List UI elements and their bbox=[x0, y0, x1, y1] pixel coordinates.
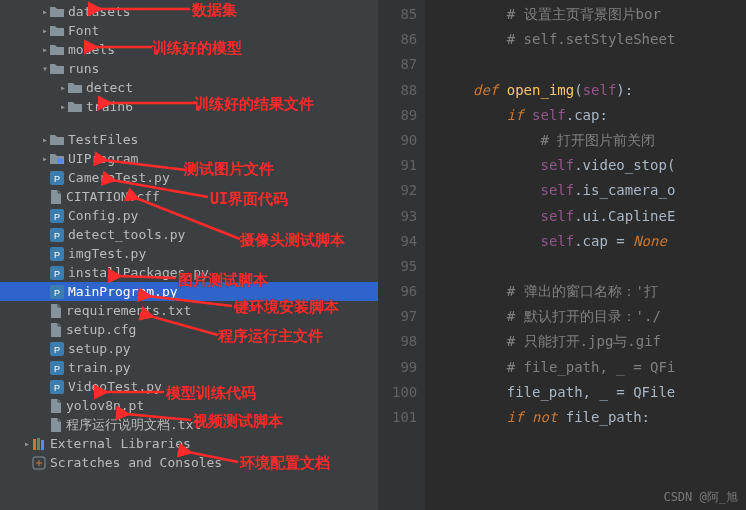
line-number: 98 bbox=[392, 329, 417, 354]
line-number: 85 bbox=[392, 2, 417, 27]
svg-text:P: P bbox=[54, 269, 60, 279]
package-icon bbox=[50, 153, 64, 165]
code-line[interactable] bbox=[439, 254, 675, 279]
py-icon: P bbox=[50, 342, 64, 356]
code-line[interactable]: self.cap = None bbox=[439, 229, 675, 254]
code-line[interactable]: file_path, _ = QFile bbox=[439, 380, 675, 405]
py-icon: P bbox=[50, 247, 64, 261]
expand-arrow-icon[interactable]: ▸ bbox=[40, 25, 50, 36]
tree-item-label: CameraTest.py bbox=[68, 170, 170, 185]
tree-item[interactable]: ▸UIProgram bbox=[0, 149, 378, 168]
line-number: 100 bbox=[392, 380, 417, 405]
tree-item[interactable]: PMainProgram.py bbox=[0, 282, 378, 301]
svg-text:P: P bbox=[54, 212, 60, 222]
svg-text:P: P bbox=[54, 288, 60, 298]
code-line[interactable]: self.video_stop( bbox=[439, 153, 675, 178]
code-line[interactable]: # 打开图片前关闭 bbox=[439, 128, 675, 153]
line-number: 86 bbox=[392, 27, 417, 52]
svg-rect-19 bbox=[33, 439, 36, 450]
expand-arrow-icon[interactable]: ▸ bbox=[58, 101, 68, 112]
line-number: 94 bbox=[392, 229, 417, 254]
project-tree[interactable]: ▸datasets▸Font▸models▾runs▸detect▸train6… bbox=[0, 0, 378, 510]
code-line[interactable]: def open_img(self): bbox=[439, 78, 675, 103]
code-line[interactable]: # self.setStyleSheet bbox=[439, 27, 675, 52]
code-area[interactable]: # 设置主页背景图片bor # self.setStyleSheet def o… bbox=[425, 0, 675, 510]
tree-item[interactable]: setup.cfg bbox=[0, 320, 378, 339]
tree-item[interactable]: ▾runs bbox=[0, 59, 378, 78]
svg-text:P: P bbox=[54, 174, 60, 184]
code-line[interactable]: # 只能打开.jpg与.gif bbox=[439, 329, 675, 354]
tree-item-label: UIProgram bbox=[68, 151, 138, 166]
tree-item-label: models bbox=[68, 42, 115, 57]
expand-arrow-icon[interactable]: ▸ bbox=[58, 82, 68, 93]
tree-item[interactable]: ▸train6 bbox=[0, 97, 378, 116]
folder-icon bbox=[68, 101, 82, 113]
file-icon bbox=[50, 190, 62, 204]
folder-icon bbox=[68, 82, 82, 94]
tree-item[interactable]: ▸datasets bbox=[0, 2, 378, 21]
tree-item-label: installPackages.py bbox=[68, 265, 209, 280]
svg-rect-20 bbox=[37, 438, 40, 450]
line-gutter: 858687888990919293949596979899100101 bbox=[378, 0, 425, 510]
expand-arrow-icon[interactable]: ▸ bbox=[40, 44, 50, 55]
code-line[interactable]: # 弹出的窗口名称：'打 bbox=[439, 279, 675, 304]
tree-item[interactable]: PinstallPackages.py bbox=[0, 263, 378, 282]
file-icon bbox=[50, 304, 62, 318]
tree-item[interactable]: ▸detect bbox=[0, 78, 378, 97]
scratch-icon bbox=[32, 456, 46, 470]
tree-item-label: Config.py bbox=[68, 208, 138, 223]
tree-item[interactable]: ▸External Libraries bbox=[0, 434, 378, 453]
tree-item[interactable]: Pdetect_tools.py bbox=[0, 225, 378, 244]
code-line[interactable]: if self.cap: bbox=[439, 103, 675, 128]
tree-item-label: Scratches and Consoles bbox=[50, 455, 222, 470]
tree-item[interactable]: PCameraTest.py bbox=[0, 168, 378, 187]
code-line[interactable]: self.ui.CaplineE bbox=[439, 204, 675, 229]
expand-arrow-icon[interactable]: ▸ bbox=[40, 153, 50, 164]
tree-item[interactable]: Psetup.py bbox=[0, 339, 378, 358]
tree-item-label: MainProgram.py bbox=[68, 284, 178, 299]
line-number: 92 bbox=[392, 178, 417, 203]
tree-item-label: CITATION.cff bbox=[66, 189, 160, 204]
expand-arrow-icon[interactable]: ▸ bbox=[40, 6, 50, 17]
line-number: 101 bbox=[392, 405, 417, 430]
expand-arrow-icon[interactable]: ▾ bbox=[40, 63, 50, 74]
tree-item-label: requirements.txt bbox=[66, 303, 191, 318]
line-number: 87 bbox=[392, 52, 417, 77]
code-line[interactable]: # file_path, _ = QFi bbox=[439, 355, 675, 380]
tree-item[interactable]: CITATION.cff bbox=[0, 187, 378, 206]
tree-item-label: train.py bbox=[68, 360, 131, 375]
tree-item-label: yolov8n.pt bbox=[66, 398, 144, 413]
tree-item-label: External Libraries bbox=[50, 436, 191, 451]
code-editor[interactable]: 858687888990919293949596979899100101 # 设… bbox=[378, 0, 746, 510]
code-line[interactable] bbox=[439, 52, 675, 77]
tree-item[interactable]: ▸TestFiles bbox=[0, 130, 378, 149]
tree-item-label: VideoTest.py bbox=[68, 379, 162, 394]
expand-arrow-icon[interactable]: ▸ bbox=[22, 438, 32, 449]
tree-item-label: TestFiles bbox=[68, 132, 138, 147]
py-icon: P bbox=[50, 266, 64, 280]
tree-item[interactable]: PimgTest.py bbox=[0, 244, 378, 263]
lib-icon bbox=[32, 437, 46, 451]
code-line[interactable]: if not file_path: bbox=[439, 405, 675, 430]
tree-item[interactable]: ▸models bbox=[0, 40, 378, 59]
tree-item[interactable]: ▸Font bbox=[0, 21, 378, 40]
tree-item[interactable]: Ptrain.py bbox=[0, 358, 378, 377]
tree-item[interactable]: PConfig.py bbox=[0, 206, 378, 225]
tree-item[interactable]: Scratches and Consoles bbox=[0, 453, 378, 472]
code-line[interactable]: self.is_camera_o bbox=[439, 178, 675, 203]
code-line[interactable]: # 默认打开的目录：'./ bbox=[439, 304, 675, 329]
tree-item[interactable]: PVideoTest.py bbox=[0, 377, 378, 396]
line-number: 99 bbox=[392, 355, 417, 380]
svg-text:P: P bbox=[54, 345, 60, 355]
line-number: 90 bbox=[392, 128, 417, 153]
tree-item[interactable]: requirements.txt bbox=[0, 301, 378, 320]
code-line[interactable]: # 设置主页背景图片bor bbox=[439, 2, 675, 27]
tree-item[interactable]: yolov8n.pt bbox=[0, 396, 378, 415]
tree-item-label: setup.py bbox=[68, 341, 131, 356]
expand-arrow-icon[interactable]: ▸ bbox=[40, 134, 50, 145]
tree-item-label: train6 bbox=[86, 99, 133, 114]
svg-text:P: P bbox=[54, 383, 60, 393]
line-number: 97 bbox=[392, 304, 417, 329]
folder-icon bbox=[50, 6, 64, 18]
tree-item[interactable]: 程序运行说明文档.txt bbox=[0, 415, 378, 434]
